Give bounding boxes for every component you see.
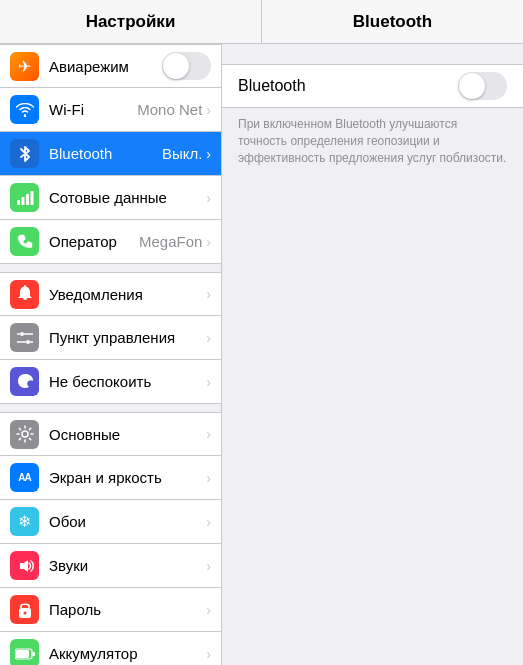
sounds-label: Звуки	[49, 557, 206, 574]
bluetooth-row: Bluetooth	[222, 64, 523, 108]
carrier-value: MegaFon	[139, 233, 202, 250]
cellular-icon	[10, 183, 39, 212]
header: Настройки Bluetooth	[0, 0, 523, 44]
svg-rect-2	[21, 197, 24, 205]
airplane-toggle[interactable]	[162, 52, 211, 80]
airplane-toggle-knob	[163, 53, 189, 79]
wallpaper-label: Обои	[49, 513, 206, 530]
settings-item-display[interactable]: AA Экран и яркость ›	[0, 456, 221, 500]
dnd-chevron-icon: ›	[206, 374, 211, 390]
settings-item-cellular[interactable]: Сотовые данные ›	[0, 176, 221, 220]
settings-item-dnd[interactable]: Не беспокоить ›	[0, 360, 221, 404]
sounds-chevron-icon: ›	[206, 558, 211, 574]
bluetooth-description: При включенном Bluetooth улучшаются точн…	[222, 108, 523, 174]
header-bluetooth-title: Bluetooth	[262, 0, 523, 43]
settings-item-sounds[interactable]: Звуки ›	[0, 544, 221, 588]
carrier-icon	[10, 227, 39, 256]
display-icon: AA	[10, 463, 39, 492]
svg-rect-4	[30, 191, 33, 205]
settings-item-wallpaper[interactable]: ❄ Обои ›	[0, 500, 221, 544]
control-icon	[10, 323, 39, 352]
bluetooth-panel: Bluetooth При включенном Bluetooth улучш…	[222, 44, 523, 665]
general-icon	[10, 420, 39, 449]
settings-panel: ✈ Авиарежим Wi-Fi Mono Net ›	[0, 44, 222, 665]
cellular-chevron-icon: ›	[206, 190, 211, 206]
display-label: Экран и яркость	[49, 469, 206, 486]
header-settings-title: Настройки	[0, 0, 261, 43]
svg-rect-1	[17, 200, 20, 205]
battery-icon	[10, 639, 39, 665]
wifi-value: Mono Net	[137, 101, 202, 118]
wallpaper-icon: ❄	[10, 507, 39, 536]
svg-point-0	[23, 114, 25, 116]
settings-item-password[interactable]: Пароль ›	[0, 588, 221, 632]
svg-rect-17	[16, 650, 29, 658]
password-chevron-icon: ›	[206, 602, 211, 618]
settings-item-carrier[interactable]: Оператор MegaFon ›	[0, 220, 221, 264]
sounds-icon	[10, 551, 39, 580]
carrier-label: Оператор	[49, 233, 139, 250]
password-icon	[10, 595, 39, 624]
dnd-label: Не беспокоить	[49, 373, 206, 390]
svg-point-7	[26, 340, 30, 344]
notifications-chevron-icon: ›	[206, 286, 211, 302]
svg-point-12	[22, 431, 28, 437]
settings-item-bluetooth[interactable]: Bluetooth Выкл. ›	[0, 132, 221, 176]
wifi-chevron-icon: ›	[206, 102, 211, 118]
settings-item-control[interactable]: Пункт управления ›	[0, 316, 221, 360]
bluetooth-icon	[10, 139, 39, 168]
settings-group-1: ✈ Авиарежим Wi-Fi Mono Net ›	[0, 44, 221, 264]
dnd-icon	[10, 367, 39, 396]
password-label: Пароль	[49, 601, 206, 618]
airplane-label: Авиарежим	[49, 58, 162, 75]
display-chevron-icon: ›	[206, 470, 211, 486]
settings-item-notifications[interactable]: Уведомления ›	[0, 272, 221, 316]
control-chevron-icon: ›	[206, 330, 211, 346]
settings-item-battery[interactable]: Аккумулятор ›	[0, 632, 221, 665]
wifi-icon	[10, 95, 39, 124]
settings-item-general[interactable]: Основные ›	[0, 412, 221, 456]
svg-point-15	[23, 611, 26, 614]
general-label: Основные	[49, 426, 206, 443]
settings-group-3: Основные › AA Экран и яркость › ❄ Обои ›	[0, 412, 221, 665]
bluetooth-toggle[interactable]	[458, 72, 507, 100]
bluetooth-label: Bluetooth	[49, 145, 162, 162]
wallpaper-chevron-icon: ›	[206, 514, 211, 530]
battery-label: Аккумулятор	[49, 645, 206, 662]
svg-rect-5	[24, 285, 26, 287]
settings-group-2: Уведомления › Пункт управления ›	[0, 272, 221, 404]
main-content: ✈ Авиарежим Wi-Fi Mono Net ›	[0, 44, 523, 665]
bluetooth-toggle-knob	[459, 73, 485, 99]
bluetooth-setting-label: Bluetooth	[238, 77, 458, 95]
wifi-label: Wi-Fi	[49, 101, 137, 118]
notifications-icon	[10, 280, 39, 309]
notifications-label: Уведомления	[49, 286, 206, 303]
control-label: Пункт управления	[49, 329, 206, 346]
settings-item-airplane[interactable]: ✈ Авиарежим	[0, 44, 221, 88]
general-chevron-icon: ›	[206, 426, 211, 442]
svg-marker-13	[20, 560, 28, 572]
carrier-chevron-icon: ›	[206, 234, 211, 250]
svg-point-6	[20, 332, 24, 336]
battery-chevron-icon: ›	[206, 646, 211, 662]
bluetooth-chevron-icon: ›	[206, 146, 211, 162]
airplane-icon: ✈	[10, 52, 39, 81]
svg-rect-18	[32, 652, 35, 656]
svg-rect-3	[26, 194, 29, 205]
cellular-label: Сотовые данные	[49, 189, 206, 206]
settings-item-wifi[interactable]: Wi-Fi Mono Net ›	[0, 88, 221, 132]
bluetooth-value: Выкл.	[162, 145, 202, 162]
